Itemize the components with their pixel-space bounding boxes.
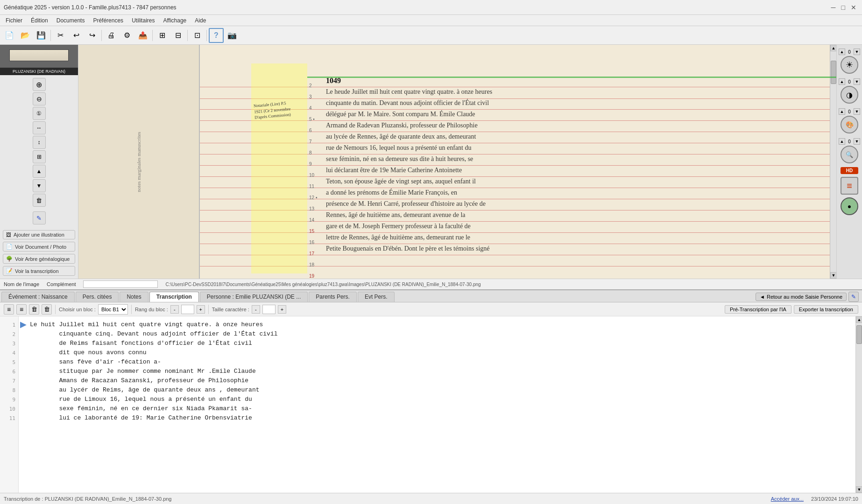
zoom-fit-height-btn[interactable]: ↕ [33, 136, 46, 149]
contrast-down[interactable]: ▼ [854, 78, 860, 85]
toolbar-new[interactable]: 📄 [2, 28, 17, 43]
green-circle-btn[interactable]: ● [841, 197, 858, 215]
toolbar-print[interactable]: 🖨 [104, 28, 119, 43]
view-document-btn[interactable]: 📄 Voir Document / Photo [3, 242, 75, 252]
back-to-saisie-btn[interactable]: ◄ Retour au mode Saisie Personne [756, 293, 847, 301]
export-transcription-btn[interactable]: Exporter la transcription [794, 305, 858, 314]
add-illustration-btn[interactable]: 🖼 Ajouter une illustration [3, 230, 75, 239]
toolbar-redo[interactable]: ↪ [85, 28, 99, 43]
hue-ctrl: ▲ 0 ▼ [839, 108, 860, 115]
close-btn[interactable]: ✕ [851, 4, 856, 11]
toolbar-undo[interactable]: ↩ [69, 28, 84, 43]
view-tree-btn[interactable]: 🌳 Voir Arbre généalogique [3, 254, 75, 264]
cursor-indicator: ▶ [19, 316, 28, 493]
trans-scroll-up[interactable]: ▲ [856, 316, 862, 323]
contrast-btn[interactable]: ◑ [841, 86, 858, 104]
zoom-btn-adj[interactable]: 🔍 [841, 146, 858, 163]
rank-minus-btn[interactable]: - [170, 305, 179, 314]
zoom-up-adj[interactable]: ▲ [839, 138, 845, 145]
brightness-up[interactable]: ▲ [839, 49, 845, 55]
zoom-in-btn[interactable]: ⊕ [33, 78, 46, 91]
maximize-btn[interactable]: □ [841, 4, 845, 11]
zoom-value: 0 [846, 139, 853, 144]
toolbar-open[interactable]: 📂 [18, 28, 33, 43]
rank-plus-btn[interactable]: + [197, 305, 205, 314]
transcription-text[interactable]: Le huit Juillet mil huit cent quatre vin… [28, 316, 855, 493]
img-complement-input[interactable] [83, 280, 158, 288]
thumbnail-label: PLUZANSKI (DE RADIVAN) [0, 68, 78, 75]
status-link[interactable]: Accéder aux... [771, 496, 804, 502]
contrast-up[interactable]: ▲ [839, 78, 845, 85]
tab-notes[interactable]: Notes [120, 292, 148, 302]
menu-preferences[interactable]: Préférences [89, 16, 127, 25]
titlebar: Généatique 2025 - version 1.0.0 - Famill… [0, 0, 862, 15]
rank-input[interactable]: 1 [181, 305, 194, 314]
scroll-up-btn[interactable]: ▲ [830, 45, 836, 51]
toolbar-camera[interactable]: 📷 [225, 28, 240, 43]
fontsize-input[interactable]: 16 [262, 305, 276, 314]
hue-btn[interactable]: 🎨 [841, 116, 858, 133]
toolbar-zoom-fit[interactable]: ⊡ [190, 28, 205, 43]
block-select[interactable]: Bloc B1 [98, 304, 128, 315]
toolbar-help[interactable]: ? [209, 28, 224, 43]
toolbar-settings[interactable]: ⚙ [120, 28, 134, 43]
toolbar-export[interactable]: 📤 [135, 28, 150, 43]
tab-transcription[interactable]: Transcription [149, 292, 199, 302]
trans-scroll-down[interactable]: ▼ [856, 486, 862, 493]
action-buttons: 🖼 Ajouter une illustration 📄 Voir Docume… [0, 227, 78, 279]
zoom-1-btn[interactable]: ① [33, 107, 46, 120]
move-down-btn[interactable]: ▼ [33, 179, 46, 192]
menu-utilitaires[interactable]: Utilitaires [128, 16, 158, 25]
view-transcription-btn[interactable]: 📝 Voir la transcription [3, 266, 75, 276]
zoom-out-btn[interactable]: ⊖ [33, 92, 46, 105]
toolbar-split[interactable]: ⊟ [170, 28, 185, 43]
tab-pers-citees[interactable]: Pers. citées [76, 292, 119, 302]
toolbar-cut[interactable]: ✂ [53, 28, 68, 43]
image-main: PLUZANSKI (DE RADIVAN) ⊕ ⊖ ① ↔ ↕ ⊞ ▲ ▼ 🗑 [0, 45, 862, 279]
bottom-section: Événement : Naissance Pers. citées Notes… [0, 289, 862, 504]
tab-parents-pers[interactable]: Parents Pers. [309, 292, 357, 302]
trans-btn-2[interactable]: ≡ [16, 304, 27, 315]
trans-btn-3[interactable]: 🗑 [29, 304, 39, 315]
trans-btn-1[interactable]: ≡ [4, 304, 14, 315]
brightness-widget: ▲ 0 ▼ ☀ [838, 48, 861, 75]
img-canvas[interactable]: notes marginales manuscrites [78, 45, 836, 279]
hue-down[interactable]: ▼ [854, 108, 860, 115]
menu-affichage[interactable]: Affichage [159, 16, 190, 25]
trans-scroll-thumb[interactable] [856, 325, 862, 344]
menu-edition[interactable]: Édition [27, 16, 52, 25]
menu-fichier[interactable]: Fichier [2, 16, 26, 25]
menu-documents[interactable]: Documents [53, 16, 89, 25]
hd-badge[interactable]: HD [841, 167, 858, 174]
app-title: Généatique 2025 - version 1.0.0 - Famill… [4, 4, 177, 11]
brightness-down[interactable]: ▼ [854, 49, 860, 55]
move-up-btn[interactable]: ▲ [33, 165, 46, 178]
tab-evt-pers[interactable]: Evt Pers. [358, 292, 395, 302]
trans-vscrollbar[interactable]: ▲ ▼ [855, 316, 862, 493]
pre-transcription-btn[interactable]: Pré-Transcription par l'IA [725, 305, 791, 314]
fontsize-plus-btn[interactable]: + [278, 305, 286, 314]
edit-link-btn[interactable]: ✎ [33, 211, 46, 224]
lines-btn[interactable]: ≡ [841, 177, 858, 195]
tab-personne[interactable]: Personne : Emilie PLUZANSKI (DE ... [200, 292, 308, 302]
zoom-fit-all-btn[interactable]: ⊞ [33, 150, 46, 163]
line-num-7: 7 [12, 376, 18, 385]
scroll-thumb[interactable] [831, 61, 836, 84]
menu-aide[interactable]: Aide [191, 16, 210, 25]
zoom-down-adj[interactable]: ▼ [854, 138, 860, 145]
minimize-btn[interactable]: ─ [831, 4, 836, 11]
brightness-btn[interactable]: ☀ [841, 56, 858, 74]
zoom-fit-width-btn[interactable]: ↔ [33, 121, 46, 134]
toolbar-grid[interactable]: ⊞ [155, 28, 170, 43]
tab-evenement[interactable]: Événement : Naissance [1, 292, 75, 302]
hue-widget: ▲ 0 ▼ 🎨 [838, 107, 861, 134]
status-left: Transcription de : PLUZANSKI (DE RADIVAN… [4, 496, 171, 502]
img-vscrollbar[interactable]: ▲ ▼ [830, 45, 836, 279]
hue-up[interactable]: ▲ [839, 108, 845, 115]
toolbar-save[interactable]: 💾 [34, 28, 49, 43]
scroll-down-btn[interactable]: ▼ [830, 272, 836, 279]
trans-btn-4[interactable]: 🗑 [42, 304, 52, 315]
fontsize-minus-btn[interactable]: - [252, 305, 260, 314]
delete-img-btn[interactable]: 🗑 [33, 194, 46, 207]
tab-edit-btn[interactable]: ✎ [848, 292, 859, 302]
